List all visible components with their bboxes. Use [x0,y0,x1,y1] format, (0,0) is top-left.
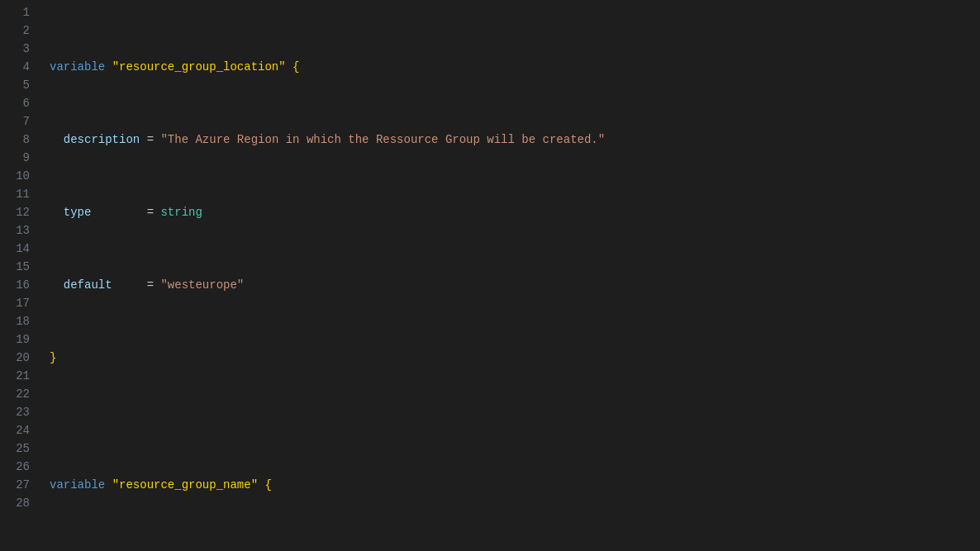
line-num-22: 22 [13,385,30,403]
line-num-15: 15 [13,258,30,276]
line-num-10: 10 [13,167,30,185]
line-num-27: 27 [13,476,30,494]
code-line-1: variable "resource_group_location" { [50,58,973,76]
code-line-3: type = string [50,203,973,221]
line-num-23: 23 [13,403,30,421]
line-num-13: 13 [13,221,30,240]
line-num-2: 2 [13,21,30,40]
line-num-26: 26 [13,458,30,476]
line-num-21: 21 [13,367,30,385]
code-editor: 1 2 3 4 5 6 7 8 9 10 11 12 13 14 15 16 1… [0,0,980,551]
line-num-5: 5 [13,76,30,94]
line-num-28: 28 [13,494,30,512]
line-num-19: 19 [13,330,30,349]
code-line-2: description = "The Azure Region in which… [50,131,973,149]
line-num-25: 25 [13,439,30,458]
line-num-20: 20 [13,349,30,367]
line-num-18: 18 [13,312,30,330]
line-numbers: 1 2 3 4 5 6 7 8 9 10 11 12 13 14 15 16 1… [0,3,43,551]
line-num-1: 1 [13,3,30,21]
line-num-7: 7 [13,112,30,131]
line-num-3: 3 [13,40,30,58]
line-num-16: 16 [13,276,30,294]
line-num-24: 24 [13,421,30,439]
line-num-17: 17 [13,294,30,312]
line-num-14: 14 [13,240,30,258]
line-num-9: 9 [13,149,30,167]
line-num-8: 8 [13,131,30,149]
line-num-4: 4 [13,58,30,76]
code-line-5: } [50,349,973,367]
code-line-4: default = "westeurope" [50,276,973,294]
line-num-6: 6 [13,94,30,112]
line-num-11: 11 [13,185,30,203]
code-line-7: variable "resource_group_name" { [50,476,973,494]
line-num-12: 12 [13,203,30,221]
code-content[interactable]: variable "resource_group_location" { des… [43,3,980,551]
